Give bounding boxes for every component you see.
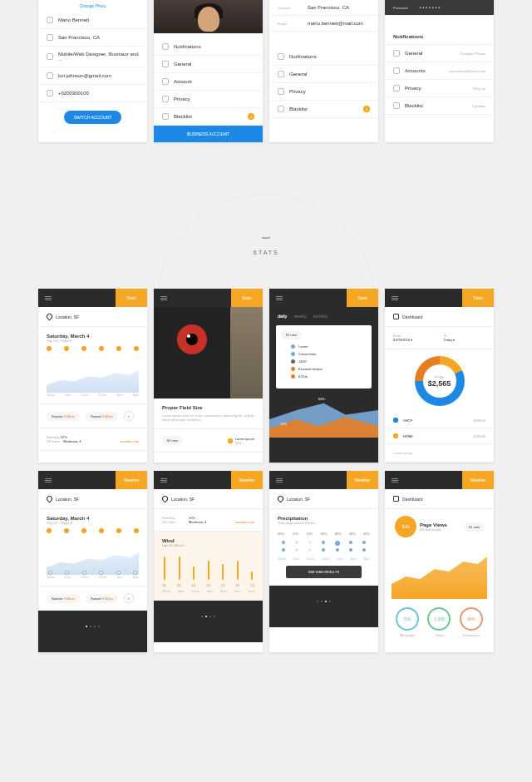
email: lori.johnson@gmail.com bbox=[58, 73, 111, 78]
from-select[interactable]: 01/09/2016 ▾ bbox=[393, 338, 436, 342]
item[interactable]: Account bbox=[174, 79, 192, 84]
stats-section-header: 〰 STATS bbox=[0, 151, 532, 289]
legend-dot bbox=[291, 359, 295, 364]
profile-card-1: Change Photo Mario Bennett San Francisco… bbox=[38, 0, 147, 142]
item[interactable]: General bbox=[405, 51, 422, 56]
menu-icon[interactable] bbox=[160, 478, 167, 483]
ring-messages[interactable]: 516 bbox=[396, 607, 419, 631]
tag: Weather bbox=[462, 471, 494, 489]
item[interactable]: General bbox=[174, 62, 191, 67]
sunset-chip: Sunset 6:30pm bbox=[86, 412, 118, 421]
location: Location, SF bbox=[287, 497, 310, 502]
menu-icon[interactable] bbox=[45, 478, 52, 483]
phone-icon bbox=[47, 90, 53, 97]
profile-card-4: Password• • • • • • • Notifications Gene… bbox=[385, 0, 494, 142]
block-icon bbox=[278, 106, 284, 112]
item[interactable]: Privacy bbox=[405, 86, 421, 91]
credit: Lorem ipsum bbox=[385, 444, 494, 463]
temp-chart bbox=[47, 542, 139, 575]
arrow-right-icon[interactable]: › bbox=[124, 411, 134, 421]
menu-icon[interactable] bbox=[160, 296, 167, 300]
title: Dashboard bbox=[402, 497, 422, 502]
pv-title: Page Views bbox=[420, 522, 447, 527]
weather-card-3: Weather Location, SF Precipitation Total… bbox=[269, 471, 378, 652]
bell-icon bbox=[162, 43, 169, 50]
sun-icon bbox=[134, 346, 139, 351]
val: Only me bbox=[473, 87, 485, 91]
sun-icon bbox=[81, 346, 86, 351]
ring-clicks[interactable]: 1,058 bbox=[427, 607, 451, 631]
user-icon bbox=[393, 67, 400, 74]
lock-icon bbox=[393, 85, 400, 92]
tag: Stats bbox=[116, 289, 147, 307]
val: 5 profiles bbox=[472, 104, 485, 108]
heading: Notifications bbox=[393, 34, 423, 39]
pin-icon bbox=[161, 495, 170, 503]
precip-dots bbox=[278, 536, 370, 557]
sunset-chip: Sunset 6:30pm bbox=[86, 594, 118, 603]
val: Complete Photos bbox=[460, 52, 485, 56]
item[interactable]: General bbox=[289, 72, 307, 77]
item[interactable]: Accounts bbox=[405, 68, 426, 73]
sun-icon bbox=[81, 528, 86, 533]
title: Dashboard bbox=[402, 314, 422, 319]
arrow-right-icon[interactable]: › bbox=[124, 593, 134, 603]
new-pill: 61 new bbox=[162, 436, 183, 445]
user-icon bbox=[47, 17, 53, 23]
switch-account-button[interactable]: SWITCH ACCOUNT bbox=[64, 111, 122, 124]
eth-badge: Eth bbox=[395, 516, 416, 537]
to-select[interactable]: Today ▾ bbox=[444, 338, 486, 342]
legend-dot bbox=[291, 352, 295, 356]
menu-icon[interactable] bbox=[392, 296, 398, 300]
item[interactable]: Blacklist bbox=[174, 114, 192, 119]
sun-icon bbox=[99, 528, 104, 533]
card-body: Lorem ipsum dolor sit amet, consectetur … bbox=[162, 413, 254, 422]
sun-icon bbox=[99, 346, 104, 351]
item[interactable]: Privacy bbox=[174, 97, 190, 101]
tag: Stats bbox=[347, 289, 378, 307]
temp-chart bbox=[47, 359, 139, 393]
mail-icon bbox=[47, 72, 53, 79]
badge: 2 bbox=[248, 113, 254, 120]
web-results-button[interactable]: SEE WEB RESULTS bbox=[286, 566, 362, 578]
total: $2,565 bbox=[428, 379, 451, 388]
menu-icon[interactable] bbox=[392, 478, 398, 483]
pct: 15% bbox=[280, 422, 287, 426]
pct: 63% bbox=[318, 397, 325, 401]
tab-daily[interactable]: daily bbox=[278, 314, 287, 319]
gear-icon bbox=[162, 61, 169, 67]
change-photo-link[interactable]: Change Photo bbox=[38, 0, 147, 12]
tab-weekly[interactable]: weekly bbox=[293, 314, 306, 319]
business-account-button[interactable]: BUSINESS ACCOUNT bbox=[154, 126, 263, 142]
role: Mobile/Web Designer, Illustrator and ... bbox=[58, 52, 139, 62]
grid-icon bbox=[393, 314, 399, 319]
menu-icon[interactable] bbox=[276, 478, 283, 483]
item[interactable]: Notifications bbox=[174, 44, 201, 49]
wind-bars bbox=[162, 547, 254, 583]
sun-icon bbox=[47, 346, 52, 351]
location: Location, SF bbox=[171, 497, 195, 502]
sun-icon bbox=[47, 528, 52, 533]
menu-icon[interactable] bbox=[45, 296, 52, 300]
lock-icon bbox=[278, 88, 284, 95]
item[interactable]: Blacklist bbox=[405, 103, 423, 108]
home-icon bbox=[228, 438, 233, 443]
password: • • • • • • • bbox=[420, 5, 441, 10]
tag: Stats bbox=[462, 289, 494, 307]
menu-icon[interactable] bbox=[276, 296, 283, 300]
weather-card-4: Weather Dashboard Eth Page Views6% last … bbox=[385, 471, 494, 652]
label: Location bbox=[278, 6, 303, 10]
tab-monthly[interactable]: monthly bbox=[313, 314, 328, 319]
item[interactable]: Blacklist bbox=[289, 106, 308, 111]
weather-card-1: Weather Location, SF Saturday, March 4 D… bbox=[38, 471, 147, 652]
item[interactable]: Notifications bbox=[289, 54, 317, 59]
ring-conversion[interactable]: 36% bbox=[460, 607, 483, 631]
item[interactable]: Privacy bbox=[289, 89, 306, 94]
pin-icon bbox=[46, 495, 54, 503]
legend-dot bbox=[291, 367, 295, 371]
new-pill: 61 new bbox=[464, 522, 485, 532]
location: Location, SF bbox=[56, 497, 79, 502]
stats-card-owl: Stats Proper Field Size Lorem ipsum dolo… bbox=[154, 289, 263, 463]
badge: 3 bbox=[363, 106, 370, 112]
profile-card-2: Notifications General Account Privacy Bl… bbox=[154, 0, 263, 142]
